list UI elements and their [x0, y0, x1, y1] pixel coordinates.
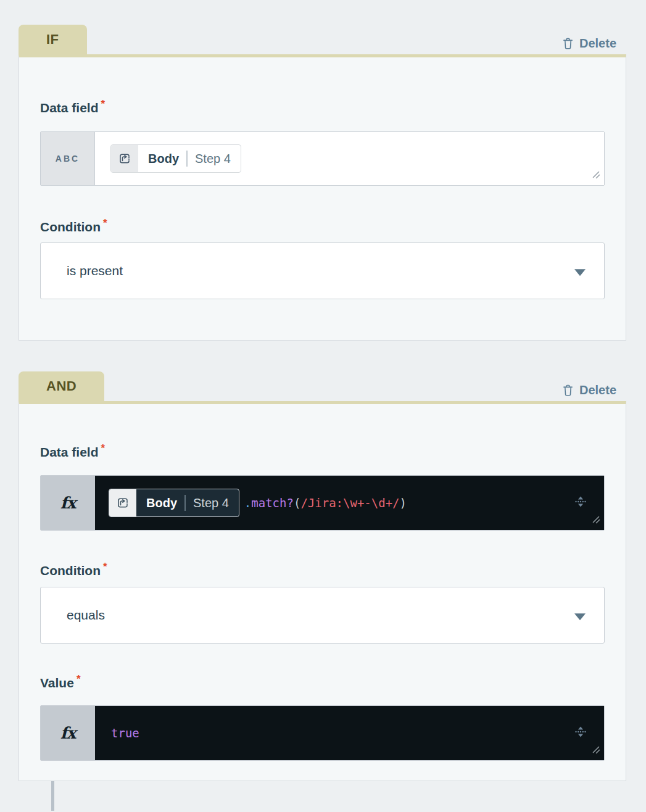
and-panel: Data field* fx Body: [19, 401, 626, 781]
text-mode-badge[interactable]: ABC: [41, 132, 95, 185]
required-asterisk: *: [101, 98, 106, 110]
delete-and-button[interactable]: Delete: [562, 383, 616, 397]
connector-line: [51, 781, 54, 811]
condition-block-and: AND Delete Data field* fx: [19, 371, 626, 781]
trash-icon: [562, 384, 574, 397]
trash-icon: [562, 37, 574, 50]
condition-select-value: is present: [67, 263, 123, 278]
chip-property-name: Body: [148, 152, 179, 166]
formula-code: .match?(/Jira:\w+-\d+/): [244, 496, 407, 510]
code-token: true: [111, 726, 139, 740]
tab-and-label: AND: [46, 378, 77, 394]
code-token: match?: [251, 496, 294, 510]
data-field-label: Data field*: [40, 440, 605, 461]
formula-data-field-input[interactable]: fx Body Step 4: [40, 475, 605, 531]
data-reference-chip[interactable]: Body Step 4: [109, 489, 239, 517]
code-token: ): [400, 496, 407, 510]
required-asterisk: *: [101, 442, 106, 454]
code-token: (: [294, 496, 300, 510]
delete-label: Delete: [579, 36, 616, 51]
fx-glyph: fx: [60, 724, 76, 742]
code-token: /Jira:\w+-\d+/: [300, 496, 399, 510]
formula-value-input[interactable]: fx true: [40, 705, 605, 761]
if-panel: Data field* ABC Body: [19, 54, 626, 341]
and-block-header: AND Delete: [19, 371, 626, 401]
condition-select[interactable]: equals: [40, 587, 605, 644]
data-field-input[interactable]: ABC Body Step 4: [40, 131, 605, 186]
resize-handle-icon[interactable]: [591, 515, 601, 527]
chip-property-name: Body: [146, 496, 177, 510]
condition-label: Condition*: [40, 558, 605, 579]
data-field-label-text: Data field: [40, 101, 99, 115]
if-block-header: IF Delete: [19, 25, 626, 54]
text-mode-badge-label: ABC: [56, 154, 80, 164]
chip-divider: [184, 495, 186, 511]
tab-and: AND: [19, 371, 104, 401]
data-field-label-text: Data field: [40, 445, 99, 459]
required-asterisk: *: [103, 217, 107, 229]
tab-if: IF: [19, 25, 87, 54]
required-asterisk: *: [103, 561, 107, 573]
value-label: Value*: [40, 671, 605, 692]
jump-to-step-icon: [111, 145, 138, 172]
chip-divider: [186, 151, 188, 167]
required-asterisk: *: [77, 673, 81, 685]
condition-select-value: equals: [67, 608, 105, 623]
condition-block-if: IF Delete Data field* ABC: [19, 25, 626, 341]
resize-handle-icon[interactable]: [591, 745, 601, 757]
data-field-input-body[interactable]: Body Step 4: [95, 132, 604, 185]
stepper-icon[interactable]: [573, 494, 588, 512]
chevron-down-icon: [574, 613, 586, 620]
delete-if-button[interactable]: Delete: [562, 36, 616, 51]
stepper-icon[interactable]: [573, 724, 588, 742]
tab-if-label: IF: [46, 31, 59, 48]
formula-code: true: [111, 726, 139, 740]
formula-editor[interactable]: true: [95, 706, 604, 760]
condition-label-text: Condition: [40, 220, 101, 234]
data-field-label: Data field*: [40, 96, 605, 117]
condition-select[interactable]: is present: [40, 242, 605, 299]
chip-step-name: Step 4: [193, 496, 229, 510]
delete-label: Delete: [579, 383, 616, 397]
condition-label: Condition*: [40, 215, 605, 236]
fx-glyph: fx: [60, 494, 76, 512]
condition-label-text: Condition: [40, 563, 101, 578]
chevron-down-icon: [574, 269, 586, 276]
resize-handle-icon[interactable]: [591, 170, 601, 182]
formula-mode-badge[interactable]: fx: [41, 476, 95, 530]
chip-step-name: Step 4: [195, 152, 231, 166]
formula-mode-badge[interactable]: fx: [41, 706, 95, 760]
jump-to-step-icon: [109, 489, 136, 516]
data-reference-chip[interactable]: Body Step 4: [110, 144, 241, 173]
code-token: .: [244, 496, 251, 510]
value-label-text: Value: [40, 676, 74, 690]
formula-editor[interactable]: Body Step 4 .match?(/Jira:\w+-\d+/): [95, 476, 604, 530]
